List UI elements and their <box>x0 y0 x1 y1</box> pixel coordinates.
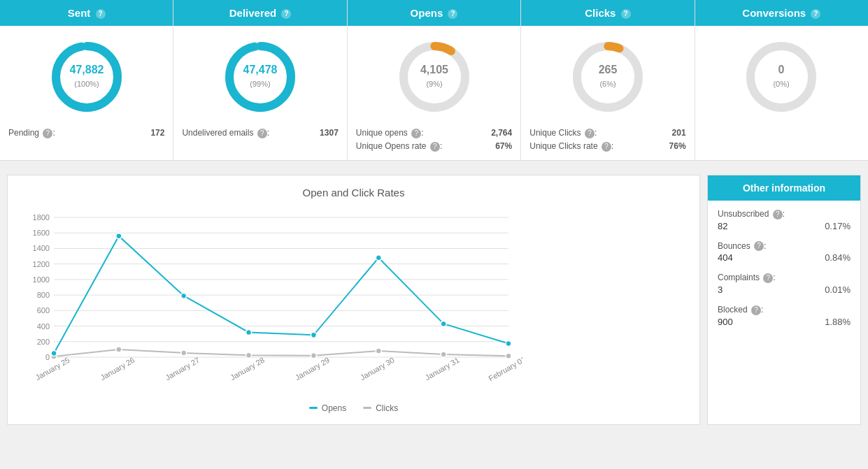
info-values: 404 0.84% <box>718 252 851 263</box>
legend-opens: Opens <box>309 403 346 413</box>
svg-point-62 <box>506 340 511 346</box>
help-icon-delivered[interactable]: ? <box>281 9 291 19</box>
svg-text:January 27: January 27 <box>164 355 201 382</box>
footer-value: 1307 <box>320 128 339 138</box>
svg-text:(9%): (9%) <box>426 80 442 88</box>
info-help-icon[interactable]: ? <box>773 210 783 219</box>
svg-point-49 <box>181 350 187 356</box>
footer-help-icon[interactable]: ? <box>602 142 611 152</box>
svg-point-54 <box>506 353 511 359</box>
footer-help-icon[interactable]: ? <box>411 129 421 138</box>
footer-value: 2,764 <box>491 128 512 138</box>
stat-footer-row: Unique Opens rate ?: 67% <box>356 141 512 152</box>
bottom-area: Open and Click Rates 0200400600800100012… <box>0 168 868 432</box>
info-label: Complaints ?: <box>718 273 851 283</box>
info-help-icon[interactable]: ? <box>754 241 764 251</box>
svg-text:1600: 1600 <box>33 229 50 237</box>
help-icon-sent[interactable]: ? <box>96 9 106 19</box>
stat-donut-clicks: 265 (6%) <box>521 31 694 122</box>
footer-help-icon[interactable]: ? <box>585 129 595 138</box>
legend-clicks: Clicks <box>363 403 398 413</box>
svg-text:(0%): (0%) <box>774 80 790 88</box>
info-value: 404 <box>718 252 733 263</box>
svg-point-59 <box>311 332 316 338</box>
footer-help-icon[interactable]: ? <box>430 142 440 152</box>
stat-donut-delivered: 47,478 (99%) <box>173 31 346 122</box>
stat-footer-sent: Pending ?: 172 <box>0 122 173 138</box>
stat-footer-row: Unique opens ?: 2,764 <box>356 128 512 138</box>
svg-text:4,105: 4,105 <box>420 64 448 75</box>
stat-card-delivered: Delivered ? 47,478 (99%) Undelivered ema… <box>173 0 347 160</box>
help-icon-opens[interactable]: ? <box>448 9 457 19</box>
info-pct: 0.17% <box>825 221 851 231</box>
info-help-icon[interactable]: ? <box>751 305 761 315</box>
chart-title: Open and Click Rates <box>19 187 688 199</box>
svg-text:February 01: February 01 <box>487 354 522 382</box>
svg-text:1800: 1800 <box>33 213 50 222</box>
line-chart: 020040060080010001200140016001800January… <box>19 207 522 396</box>
other-info-header: Other information <box>708 175 860 201</box>
svg-text:800: 800 <box>37 291 50 299</box>
other-info-content: Unsubscribed ?: 82 0.17% Bounces ?: 404 … <box>708 201 860 345</box>
footer-help-icon[interactable]: ? <box>257 129 267 138</box>
info-block-bounces: Bounces ?: 404 0.84% <box>718 241 851 264</box>
svg-text:265: 265 <box>599 64 618 75</box>
stat-donut-conversions: 0 (0%) <box>695 31 868 122</box>
info-pct: 0.01% <box>825 284 851 295</box>
info-pct: 1.88% <box>825 317 851 327</box>
info-value: 82 <box>718 221 727 231</box>
svg-point-1 <box>56 46 118 108</box>
info-block-unsubscribed: Unsubscribed ?: 82 0.17% <box>718 209 851 231</box>
svg-point-57 <box>181 293 187 298</box>
svg-point-50 <box>246 352 252 358</box>
info-value: 3 <box>718 284 723 295</box>
svg-text:1200: 1200 <box>33 259 50 268</box>
footer-label: Unique Opens rate ?: <box>356 141 442 152</box>
svg-text:January 28: January 28 <box>229 355 266 382</box>
svg-point-52 <box>376 348 381 354</box>
svg-text:600: 600 <box>37 306 50 315</box>
footer-label: Unique opens ?: <box>356 128 424 138</box>
footer-value: 172 <box>150 128 164 138</box>
info-help-icon[interactable]: ? <box>763 273 773 283</box>
svg-text:January 31: January 31 <box>424 355 461 382</box>
svg-text:January 29: January 29 <box>294 355 331 382</box>
svg-text:0: 0 <box>45 353 50 361</box>
info-pct: 0.84% <box>825 252 851 263</box>
stat-footer-delivered: Undelivered emails ?: 1307 <box>173 122 346 138</box>
info-values: 900 1.88% <box>718 317 851 327</box>
svg-text:January 25: January 25 <box>34 355 71 382</box>
footer-label: Undelivered emails ?: <box>182 128 269 138</box>
stat-card-conversions: Conversions ? 0 (0%) <box>695 0 868 160</box>
svg-text:47,478: 47,478 <box>243 64 278 75</box>
chart-legend: Opens Clicks <box>19 403 688 413</box>
info-value: 900 <box>718 317 733 327</box>
stat-footer-row: Undelivered emails ?: 1307 <box>182 128 338 138</box>
svg-point-8 <box>404 46 465 108</box>
footer-help-icon[interactable]: ? <box>43 129 52 138</box>
footer-label: Pending ?: <box>8 128 55 138</box>
footer-label: Unique Clicks ?: <box>529 128 597 138</box>
stat-header-clicks: Clicks ? <box>521 0 694 26</box>
help-icon-clicks[interactable]: ? <box>621 9 631 19</box>
footer-value: 67% <box>495 141 512 152</box>
stat-card-sent: Sent ? 47,882 (100%) Pending ?: 172 <box>0 0 173 160</box>
help-icon-conversions[interactable]: ? <box>811 9 820 19</box>
stat-card-opens: Opens ? 4,105 (9%) Unique opens ?: 2,764… <box>348 0 521 160</box>
legend-clicks-dot <box>363 407 371 409</box>
stat-header-delivered: Delivered ? <box>173 0 346 26</box>
svg-point-51 <box>311 352 316 358</box>
stat-footer-conversions <box>695 122 868 125</box>
footer-value: 76% <box>669 141 686 152</box>
dashboard: Sent ? 47,882 (100%) Pending ?: 172Deliv… <box>0 0 868 432</box>
svg-point-53 <box>441 352 446 357</box>
legend-clicks-label: Clicks <box>376 403 398 413</box>
other-info-panel: Other information Unsubscribed ?: 82 0.1… <box>707 175 861 425</box>
svg-point-56 <box>116 233 122 238</box>
svg-point-12 <box>577 46 639 108</box>
svg-text:200: 200 <box>37 337 50 345</box>
svg-point-16 <box>750 46 812 108</box>
footer-label: Unique Clicks rate ?: <box>529 141 613 152</box>
stat-donut-sent: 47,882 (100%) <box>0 31 173 122</box>
info-values: 3 0.01% <box>718 284 851 295</box>
